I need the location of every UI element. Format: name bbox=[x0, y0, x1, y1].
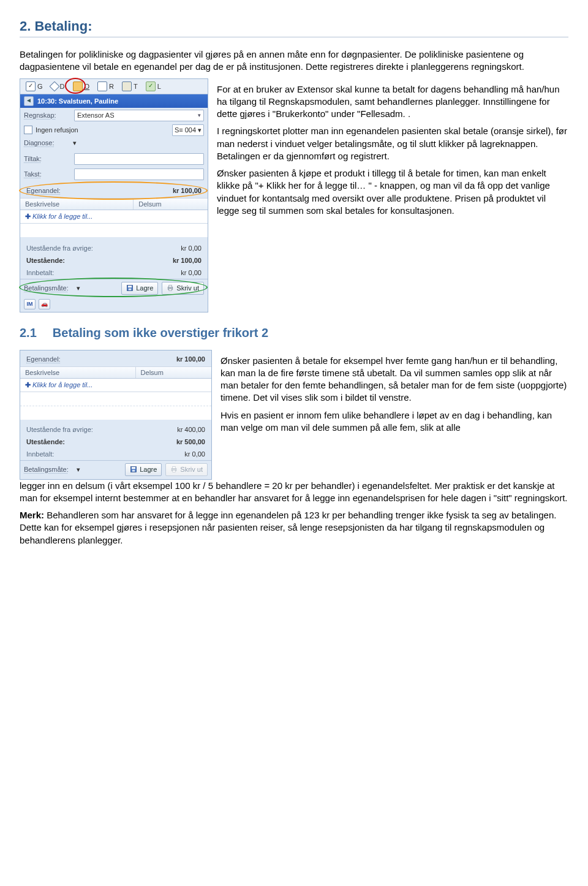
utest-value: kr 500,00 bbox=[176, 438, 205, 445]
car-icon[interactable]: 🚗 bbox=[39, 299, 50, 309]
add-line-label: Klikk for å legge til... bbox=[32, 213, 92, 220]
chevron-down-icon[interactable]: ▾ bbox=[77, 284, 80, 292]
innbetalt-label: Innbetalt: bbox=[26, 269, 54, 276]
diamond-icon bbox=[49, 81, 59, 91]
tab-bar: ✓G D O R T ✓L bbox=[20, 79, 208, 94]
tiltak-input[interactable] bbox=[74, 153, 204, 165]
im-chip[interactable]: IM bbox=[24, 299, 36, 309]
h2-text: Betaling som ikke overstiger frikort 2 bbox=[53, 326, 268, 339]
utest-label: Utestående: bbox=[26, 257, 65, 264]
para-fem-behandlere-a: Hvis en pasient er innom fem ulike behan… bbox=[221, 409, 568, 434]
list-header: Beskrivelse Delsum bbox=[20, 366, 211, 379]
svg-rect-10 bbox=[173, 467, 176, 469]
utest-value: kr 100,00 bbox=[173, 257, 202, 264]
uteovrige-label: Utestående fra øvrige: bbox=[26, 244, 93, 252]
svg-rect-11 bbox=[173, 471, 176, 472]
takst-input[interactable] bbox=[74, 168, 204, 180]
plus-icon: ✚ bbox=[25, 213, 31, 220]
list-blank bbox=[20, 224, 208, 237]
skrivut-button[interactable]: Skriv ut bbox=[162, 282, 204, 295]
save-icon bbox=[126, 284, 134, 292]
betmate-label: Betalingsmåte: bbox=[24, 284, 73, 292]
para-fem-behandlere-b: legger inn en delsum (i vårt eksempel 10… bbox=[20, 480, 568, 505]
innbetalt-label: Innbetalt: bbox=[26, 450, 54, 458]
r-icon bbox=[97, 81, 107, 91]
egenandel-value[interactable]: kr 100,00 bbox=[173, 187, 202, 194]
betmate-label: Betalingsmåte: bbox=[24, 466, 73, 473]
col-beskrivelse: Beskrivelse bbox=[20, 367, 136, 378]
h2-number: 2.1 bbox=[20, 326, 37, 339]
chevron-down-icon[interactable]: ▾ bbox=[73, 139, 77, 147]
para-regningskort: I regningskortet plotter man inn egenand… bbox=[217, 125, 568, 162]
regnskap-dropdown[interactable]: Extensor AS▾ bbox=[74, 110, 204, 121]
regnskap-value: Extensor AS bbox=[77, 112, 115, 119]
ingen-refusjon-checkbox[interactable] bbox=[24, 126, 32, 134]
check-icon: ✓ bbox=[146, 81, 156, 91]
ingen-refusjon-label: Ingen refusjon bbox=[36, 126, 169, 134]
heading-betaling: 2. Betaling: bbox=[20, 18, 568, 34]
utest-label: Utestående: bbox=[26, 438, 65, 445]
plus-icon: ✚ bbox=[25, 381, 31, 388]
uteovrige-value: kr 400,00 bbox=[177, 426, 205, 433]
tab-g-label: G bbox=[37, 83, 43, 90]
orange-icon bbox=[73, 81, 83, 91]
tab-o[interactable]: O bbox=[71, 81, 92, 92]
nav-prev-icon[interactable]: ◄ bbox=[24, 96, 34, 106]
tab-l-label: L bbox=[157, 83, 161, 90]
s-icon-label: S≡ bbox=[175, 126, 183, 134]
col-beskrivelse: Beskrivelse bbox=[20, 199, 134, 210]
add-line-button[interactable]: ✚Klikk for å legge til... bbox=[20, 379, 211, 392]
lagre-label: Lagre bbox=[140, 466, 157, 473]
lagre-label: Lagre bbox=[136, 284, 153, 292]
tab-r[interactable]: R bbox=[96, 81, 116, 92]
svg-rect-7 bbox=[132, 467, 135, 469]
appointment-bar: ◄ 10:30: Svalstuen, Pauline bbox=[20, 94, 208, 108]
regningskort-panel: ✓G D O R T ✓L ◄ 10:30: Svalstuen, Paulin… bbox=[20, 78, 208, 312]
print-icon bbox=[167, 284, 174, 292]
appointment-text: 10:30: Svalstuen, Pauline bbox=[37, 97, 118, 105]
regnskap-label: Regnskap: bbox=[24, 112, 70, 119]
heading-2-1: 2.1Betaling som ikke overstiger frikort … bbox=[20, 326, 568, 340]
tab-r-label: R bbox=[109, 83, 114, 90]
lagre-button[interactable]: Lagre bbox=[125, 463, 162, 476]
para-produkt: Ønsker pasienten å kjøpe et produkt i ti… bbox=[217, 167, 568, 217]
uteovrige-value: kr 0,00 bbox=[181, 244, 202, 252]
egenandel-value[interactable]: kr 100,00 bbox=[176, 355, 205, 363]
svg-rect-2 bbox=[129, 289, 132, 290]
footer-icons: IM 🚗 bbox=[20, 298, 208, 312]
innbetalt-value: kr 0,00 bbox=[181, 269, 202, 276]
add-line-button[interactable]: ✚Klikk for å legge til... bbox=[20, 210, 208, 224]
clock-icon bbox=[122, 81, 132, 91]
tab-g[interactable]: ✓G bbox=[24, 81, 45, 92]
chevron-down-icon[interactable]: ▾ bbox=[77, 466, 80, 474]
innbetalt-value: kr 0,00 bbox=[184, 450, 205, 458]
svg-rect-1 bbox=[128, 286, 132, 287]
egenandel-label: Egenandel: bbox=[26, 355, 61, 363]
tab-t[interactable]: T bbox=[120, 81, 140, 92]
intro-text: Betalingen for polikliniske og dagpasien… bbox=[20, 48, 568, 74]
tab-o-label: O bbox=[85, 83, 90, 90]
lagre-button[interactable]: Lagre bbox=[121, 282, 158, 295]
skrivut-label: Skriv ut bbox=[176, 284, 199, 292]
tab-t-label: T bbox=[134, 83, 138, 90]
uteovrige-label: Utestående fra øvrige: bbox=[26, 426, 93, 433]
takst-label: Takst: bbox=[24, 170, 70, 178]
col-delsum: Delsum bbox=[136, 367, 211, 378]
list-header: Beskrivelse Delsum bbox=[20, 198, 208, 210]
chevron-down-icon: ▾ bbox=[198, 112, 201, 118]
heading-rule bbox=[20, 37, 568, 37]
merk-text: Behandleren som har ansvaret for å legge… bbox=[20, 510, 556, 545]
s-dropdown[interactable]: S≡004▾ bbox=[172, 124, 204, 136]
tiltak-label: Tiltak: bbox=[24, 155, 70, 162]
print-icon bbox=[170, 466, 178, 473]
add-line-label: Klikk for å legge til... bbox=[32, 381, 92, 388]
svg-rect-8 bbox=[132, 470, 135, 472]
chevron-down-icon: ▾ bbox=[198, 126, 202, 134]
skrivut-button-disabled: Skriv ut bbox=[165, 463, 208, 476]
list-blank bbox=[20, 406, 211, 420]
save-icon bbox=[130, 466, 137, 473]
merk-label: Merk: bbox=[20, 510, 44, 520]
diagnose-label: Diagnose: bbox=[24, 139, 70, 146]
tab-l[interactable]: ✓L bbox=[144, 81, 163, 92]
tab-d[interactable]: D bbox=[49, 82, 67, 91]
